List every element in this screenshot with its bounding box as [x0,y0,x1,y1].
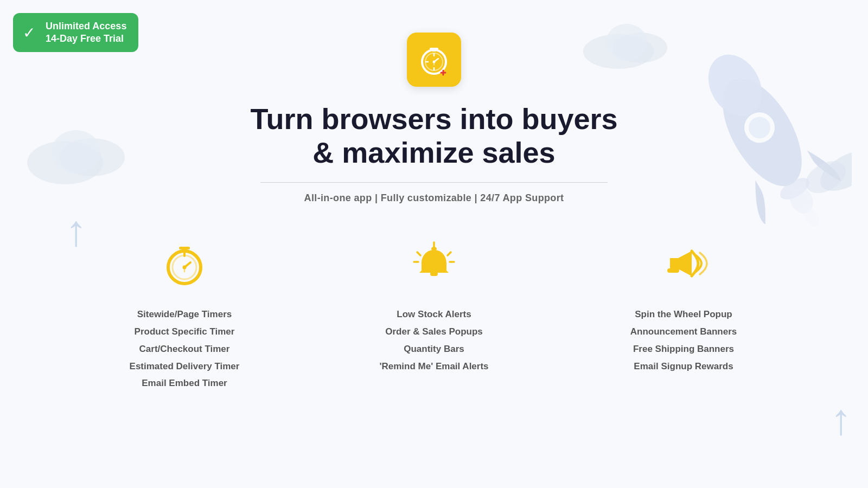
list-item: Product Specific Timer [130,325,240,338]
list-item: Free Shipping Banners [630,343,737,356]
rocket-decoration [689,43,852,249]
list-item: 'Remind Me' Email Alerts [379,360,488,373]
check-icon: ✓ [23,24,35,42]
feature-col-timers: Sitewide/Page Timers Product Specific Ti… [92,236,277,394]
alert-icon [407,236,461,291]
trial-badge: ✓ Unlimited Access 14-Day Free Trial [13,13,138,52]
svg-rect-42 [667,268,679,273]
timers-list: Sitewide/Page Timers Product Specific Ti… [130,308,240,394]
svg-point-32 [183,266,187,269]
list-item: Low Stock Alerts [379,308,488,321]
stopwatch-icon [417,42,451,77]
alerts-list: Low Stock Alerts Order & Sales Popups Qu… [379,308,488,377]
headline-line2: & maximize sales [312,136,555,169]
banners-list: Spin the Wheel Popup Announcement Banner… [630,308,737,377]
svg-point-2 [52,130,100,174]
svg-line-39 [448,252,451,255]
headline-line1: Turn browsers into buyers [250,102,617,135]
list-item: Order & Sales Popups [379,325,488,338]
cloud-left-decoration [22,119,141,184]
cloud-right-decoration [575,16,684,70]
list-item: Cart/Checkout Timer [130,343,240,356]
list-item: Announcement Banners [630,325,737,338]
arrow-right-decoration: ↑ [830,395,852,445]
svg-rect-34 [179,247,190,249]
trial-line1: Unlimited Access [46,21,126,32]
svg-point-5 [606,24,647,61]
feature-col-banners: Spin the Wheel Popup Announcement Banner… [591,236,776,394]
svg-point-22 [433,61,436,63]
list-item: Estimated Delivery Timer [130,360,240,373]
arrow-left-decoration: ↑ [65,206,87,256]
svg-rect-24 [430,48,438,50]
trial-line2: 14-Day Free Trial [46,33,126,44]
svg-rect-36 [430,272,438,276]
list-item: Sitewide/Page Timers [130,308,240,321]
features-section: Sitewide/Page Timers Product Specific Ti… [0,236,868,394]
feature-col-alerts: Low Stock Alerts Order & Sales Popups Qu… [342,236,526,394]
timer-icon [157,236,212,291]
svg-line-37 [417,252,420,255]
list-item: Spin the Wheel Popup [630,308,737,321]
divider [260,182,608,183]
list-item: Email Signup Rewards [630,360,737,373]
subtitle: All-in-one app | Fully customizable | 24… [304,192,564,204]
list-item: Email Embed Timer [130,377,240,390]
list-item: Quantity Bars [379,343,488,356]
headline: Turn browsers into buyers & maximize sal… [250,102,617,169]
app-icon [407,33,461,87]
